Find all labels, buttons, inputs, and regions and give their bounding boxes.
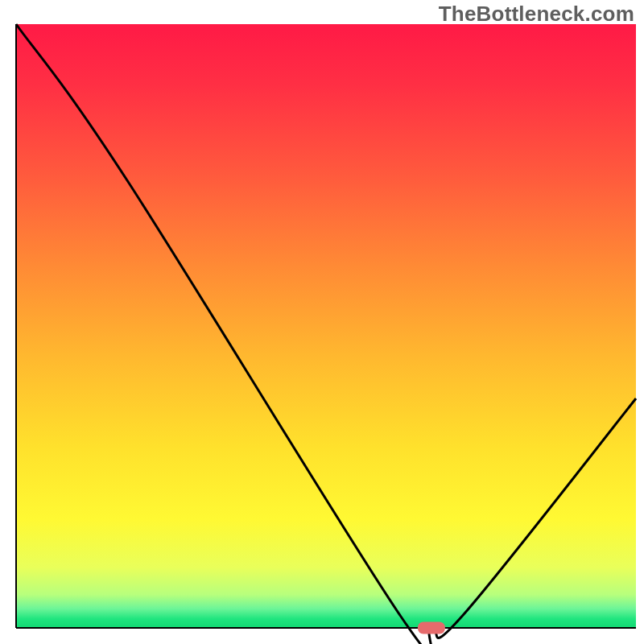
chart-container: TheBottleneck.com (0, 0, 644, 644)
watermark-label: TheBottleneck.com (439, 2, 634, 27)
plot-background (16, 24, 636, 628)
optimal-marker (418, 622, 445, 634)
bottleneck-chart (0, 0, 644, 644)
